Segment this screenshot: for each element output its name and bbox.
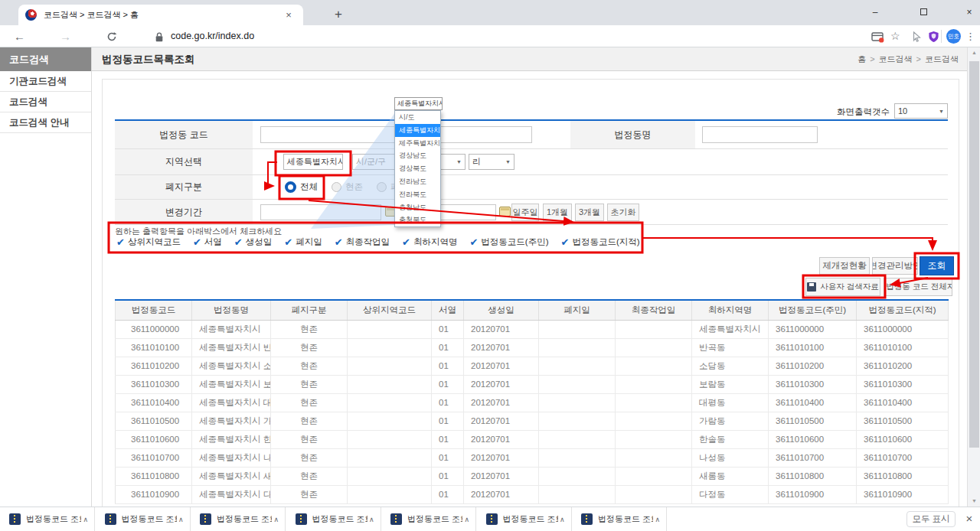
user-data-download-button[interactable]: 사용자 검색자료 xyxy=(805,278,880,296)
site-favicon-icon xyxy=(25,9,37,21)
scroll-up-icon[interactable]: ▲ xyxy=(968,47,980,58)
dropdown-option[interactable]: 경상북도 xyxy=(395,162,440,175)
download-chip[interactable]: 법정동코드 조회자...zip ∧ xyxy=(286,507,381,531)
new-tab-button[interactable]: + xyxy=(329,5,348,24)
dropdown-option[interactable]: 전라남도 xyxy=(395,175,440,188)
sidebar-item[interactable]: 코드검색 안내 xyxy=(0,112,91,133)
table-row[interactable]: 3611010800 세종특별자치시 새롬동 현존 01 20120701 새롬… xyxy=(116,467,949,485)
sido-select[interactable]: 세종특별자치시▼ xyxy=(283,154,343,170)
dropdown-option[interactable]: 충청남도 xyxy=(395,201,440,214)
output-checkbox[interactable]: ✔법정동코드(지적) xyxy=(561,236,640,248)
radio-exist[interactable]: 현존 xyxy=(332,181,363,193)
table-row[interactable]: 3611000000 세종특별자치시 현존 01 20120701 세종특별자치… xyxy=(116,320,949,338)
download-chip[interactable]: 법정동코드 조회자...zip ∧ xyxy=(477,507,572,531)
reload-icon[interactable] xyxy=(106,31,117,45)
table-row[interactable]: 3611010900 세종특별자치시 다정동 현존 01 20120701 다정… xyxy=(116,485,949,503)
month1-button[interactable]: 1개월 xyxy=(543,204,572,221)
dropdown-option[interactable]: 경상남도 xyxy=(395,149,440,162)
download-chip[interactable]: 법정동코드 조회자...zip ∧ xyxy=(381,507,476,531)
dropdown-option[interactable]: 전라북도 xyxy=(395,188,440,201)
period-start-input[interactable] xyxy=(260,204,381,220)
back-icon[interactable]: ← xyxy=(14,25,25,47)
breadcrumb-item[interactable]: 홈 xyxy=(858,54,866,64)
downloadbar-close-icon[interactable]: × xyxy=(962,510,977,528)
menu-dots-icon[interactable]: ⋮ xyxy=(965,25,975,47)
revision-status-button[interactable]: 제개정현황 xyxy=(819,257,870,275)
chevron-up-icon[interactable]: ∧ xyxy=(83,516,88,523)
download-chip[interactable]: 법정동코드 조회자...zip ∧ xyxy=(96,507,191,531)
chevron-up-icon[interactable]: ∧ xyxy=(655,516,660,523)
table-row[interactable]: 3611010400 세종특별자치시 대평동 현존 01 20120701 대평… xyxy=(116,393,949,412)
ri-select[interactable]: 리▼ xyxy=(469,154,514,170)
dropdown-option[interactable]: 세종특별자치시 xyxy=(395,124,440,137)
breadcrumb-item[interactable]: 코드검색 xyxy=(913,54,959,64)
download-chip[interactable]: 법정동코드 조회자...zip ∧ xyxy=(0,507,95,531)
check-icon: ✔ xyxy=(469,237,478,248)
calendar-icon[interactable] xyxy=(499,207,511,217)
search-button[interactable]: 조회 xyxy=(920,256,954,275)
output-checkbox[interactable]: ✔최하지역명 xyxy=(402,236,457,248)
change-policy-button[interactable]: 변경관리방안 xyxy=(872,257,918,275)
save-card-icon[interactable] xyxy=(871,31,884,46)
table-row[interactable]: 3611010300 세종특별자치시 보람동 현존 01 20120701 보람… xyxy=(116,375,949,393)
output-checkbox[interactable]: ✔최종작업일 xyxy=(335,236,390,248)
forward-icon[interactable]: → xyxy=(60,25,71,47)
address-url[interactable]: code.go.kr/index.do xyxy=(171,25,254,47)
window-close-button[interactable]: × xyxy=(958,0,980,25)
output-checkbox[interactable]: ✔법정동코드(주민) xyxy=(469,236,548,248)
column-header: 법정동코드(지적) xyxy=(857,300,949,320)
download-chip[interactable]: 법정동코드 조회자...zip ∧ xyxy=(572,507,667,531)
breadcrumb-item[interactable]: 코드검색 xyxy=(866,54,912,64)
dropdown-option[interactable]: 시/도 xyxy=(395,111,440,124)
chevron-up-icon[interactable]: ∧ xyxy=(369,516,374,523)
column-header: 폐지구분 xyxy=(271,300,348,320)
tab-close-icon[interactable]: × xyxy=(283,9,295,21)
window-maximize-button[interactable] xyxy=(912,0,935,25)
sidebar-item[interactable]: 기관코드검색 xyxy=(0,71,91,92)
browser-tab[interactable]: 코드검색 > 코드검색 > 홈 × xyxy=(18,5,303,25)
reset-button[interactable]: 초기화 xyxy=(607,204,639,221)
show-all-button[interactable]: 모두 표시 xyxy=(906,511,956,527)
table-row[interactable]: 3611010700 세종특별자치시 나성동 현존 01 20120701 나성… xyxy=(116,448,949,467)
period-label: 변경기간 xyxy=(115,200,253,224)
download-chip[interactable]: 법정동코드 조회자...zip ∧ xyxy=(191,507,286,531)
window-minimize-button[interactable]: – xyxy=(864,0,887,25)
zip-file-icon xyxy=(9,513,21,525)
output-checkbox[interactable]: ✔폐지일 xyxy=(284,236,322,248)
zip-file-icon xyxy=(390,513,402,525)
page-scrollbar[interactable]: ▲ ▼ xyxy=(967,47,980,507)
table-row[interactable]: 3611010500 세종특별자치시 가람동 현존 01 20120701 가람… xyxy=(116,412,949,430)
output-checkbox[interactable]: ✔서열 xyxy=(193,236,222,248)
chevron-up-icon[interactable]: ∧ xyxy=(464,516,469,523)
dropdown-option[interactable]: 충청북도 xyxy=(395,213,440,226)
code-label: 법정동 코드 xyxy=(115,121,253,148)
bookmark-star-icon[interactable]: ☆ xyxy=(890,25,900,47)
column-header: 생성일 xyxy=(464,300,539,320)
sidebar-item[interactable]: 코드검색 xyxy=(0,92,91,112)
output-checkbox[interactable]: ✔생성일 xyxy=(234,236,272,248)
cursor-extension-icon[interactable] xyxy=(912,31,922,45)
week-button[interactable]: 일주일 xyxy=(511,204,539,221)
full-data-download-button[interactable]: 법정동 코드 전체자료 xyxy=(884,278,952,296)
chevron-up-icon[interactable]: ∧ xyxy=(560,516,565,523)
scrollbar-thumb[interactable] xyxy=(969,61,979,448)
shield-extension-icon[interactable] xyxy=(928,31,939,46)
table-row[interactable]: 3611010100 세종특별자치시 반곡동 현존 01 20120701 반곡… xyxy=(116,338,949,357)
table-row[interactable]: 3611010600 세종특별자치시 한솔동 현존 01 20120701 한솔… xyxy=(116,430,949,448)
display-count-select[interactable]: 10▼ xyxy=(894,103,948,119)
chevron-up-icon[interactable]: ∧ xyxy=(273,516,279,523)
name-input[interactable] xyxy=(702,126,818,143)
sidebar-title: 코드검색 xyxy=(0,47,91,71)
dropdown-option[interactable]: 제주특별자치도 xyxy=(395,137,440,150)
radio-icon xyxy=(332,182,341,192)
table-row[interactable]: 3611010200 세종특별자치시 소담동 현존 01 20120701 소담… xyxy=(116,357,949,375)
month3-button[interactable]: 3개월 xyxy=(575,204,604,221)
lock-icon[interactable] xyxy=(155,31,163,45)
output-checkbox[interactable]: ✔상위지역코드 xyxy=(116,236,181,248)
form-row-region: 지역선택 세종특별자치시▼ 시/군/구▼ ▼ 리▼ xyxy=(115,149,948,175)
radio-all[interactable]: 전체 xyxy=(285,181,318,193)
scroll-down-icon[interactable]: ▼ xyxy=(968,496,980,507)
profile-avatar[interactable]: 민호 xyxy=(946,29,961,44)
sido-mini-select[interactable]: 세종특별자치시▼ xyxy=(394,97,443,110)
chevron-up-icon[interactable]: ∧ xyxy=(178,516,184,523)
